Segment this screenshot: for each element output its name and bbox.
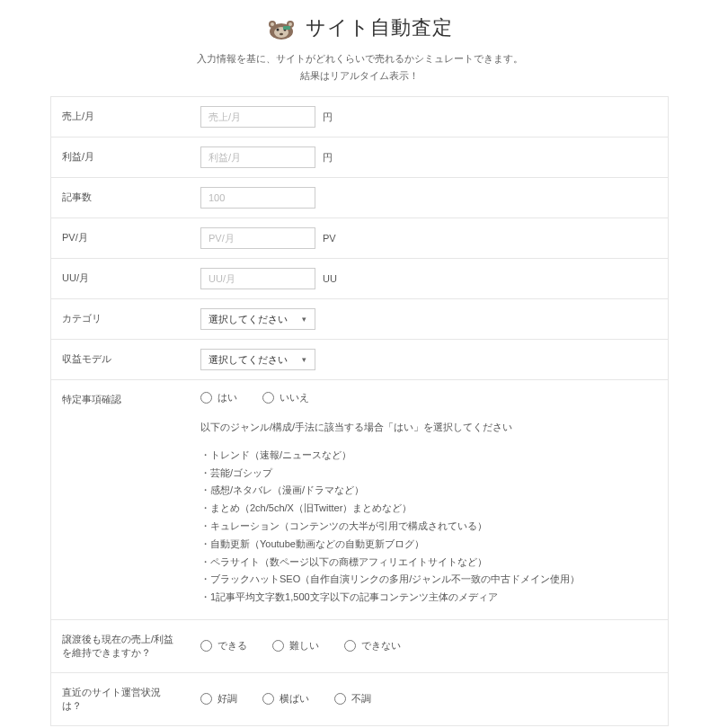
profit-input[interactable] <box>200 146 315 168</box>
label-profit: 利益/月 <box>51 138 190 177</box>
row-revenue-model: 収益モデル 選択してください <box>51 340 668 380</box>
otter-icon <box>266 15 297 40</box>
special-item-2: 感想/ネタバレ（漫画/ドラマなど） <box>200 482 657 500</box>
category-select[interactable]: 選択してください <box>200 308 315 330</box>
special-list: トレンド（速報/ニュースなど） 芸能/ゴシップ 感想/ネタバレ（漫画/ドラマなど… <box>200 447 657 607</box>
special-item-4: キュレーション（コンテンツの大半が引用で構成されている） <box>200 518 657 536</box>
recent-radio-bad[interactable]: 不調 <box>334 692 371 706</box>
transfer-radio-hard[interactable]: 難しい <box>272 639 319 653</box>
svg-point-6 <box>277 29 280 31</box>
uu-input[interactable] <box>200 268 315 289</box>
label-transfer: 譲渡後も現在の売上/利益を維持できますか？ <box>51 620 190 672</box>
label-uu: UU/月 <box>51 259 190 298</box>
label-sales: 売上/月 <box>51 97 190 137</box>
special-item-3: まとめ（2ch/5ch/X（旧Twitter）まとめなど） <box>200 500 657 518</box>
row-sales: 売上/月 円 <box>51 97 668 138</box>
svg-point-8 <box>280 33 283 35</box>
special-item-8: 1記事平均文字数1,500文字以下の記事コンテンツ主体のメディア <box>200 589 657 607</box>
svg-point-5 <box>288 22 292 26</box>
special-radio-no[interactable]: いいえ <box>262 389 309 406</box>
svg-point-4 <box>271 22 274 26</box>
row-recent: 直近のサイト運営状況は？ 好調 横ばい 不調 <box>51 673 668 725</box>
transfer-radio-can[interactable]: できる <box>200 639 247 653</box>
label-articles: 記事数 <box>51 178 190 218</box>
transfer-radio-group: できる 難しい できない <box>200 639 401 653</box>
label-revenue-model: 収益モデル <box>51 340 190 379</box>
row-pv: PV/月 PV <box>51 218 668 259</box>
row-category: カテゴリ 選択してください <box>51 299 668 340</box>
special-radio-yes[interactable]: はい <box>200 389 237 406</box>
special-item-1: 芸能/ゴシップ <box>200 465 657 483</box>
special-desc: 以下のジャンル/構成/手法に該当する場合「はい」を選択してください <box>200 419 657 436</box>
label-special: 特定事項確認 <box>51 380 190 619</box>
row-transfer: 譲渡後も現在の売上/利益を維持できますか？ できる 難しい できない <box>51 620 668 673</box>
special-radio-group: はい いいえ <box>200 389 657 406</box>
special-radio-no-input[interactable] <box>262 392 274 404</box>
sales-unit: 円 <box>323 111 333 124</box>
subtitle-line1: 入力情報を基に、サイトがどれくらいで売れるかシミュレートできます。 <box>0 50 719 67</box>
label-category: カテゴリ <box>51 299 190 339</box>
special-item-6: ペラサイト（数ページ以下の商標アフィリエイトサイトなど） <box>200 554 657 572</box>
pv-input[interactable] <box>200 227 315 249</box>
svg-rect-9 <box>283 26 290 30</box>
uu-unit: UU <box>323 273 337 284</box>
recent-radio-flat-input[interactable] <box>262 693 274 705</box>
transfer-radio-cannot[interactable]: できない <box>344 639 401 653</box>
recent-radio-good-input[interactable] <box>200 693 212 705</box>
row-special: 特定事項確認 はい いいえ 以下のジャンル/構成/手法に該当する場合「はい」を選… <box>51 380 668 620</box>
special-item-5: 自動更新（Youtube動画などの自動更新ブログ） <box>200 536 657 554</box>
recent-radio-bad-input[interactable] <box>334 693 346 705</box>
row-articles: 記事数 <box>51 178 668 218</box>
label-recent: 直近のサイト運営状況は？ <box>51 673 190 725</box>
recent-radio-good[interactable]: 好調 <box>200 692 237 706</box>
profit-unit: 円 <box>323 151 333 164</box>
recent-radio-flat[interactable]: 横ばい <box>262 692 309 706</box>
label-pv: PV/月 <box>51 218 190 258</box>
pv-unit: PV <box>323 233 336 244</box>
row-profit: 利益/月 円 <box>51 138 668 178</box>
articles-input[interactable] <box>200 187 315 209</box>
page-header: サイト自動査定 入力情報を基に、サイトがどれくらいで売れるかシミュレートできます… <box>0 14 719 84</box>
recent-radio-group: 好調 横ばい 不調 <box>200 692 371 706</box>
special-radio-yes-input[interactable] <box>200 392 212 404</box>
page-title: サイト自動査定 <box>306 14 453 41</box>
row-uu: UU/月 UU <box>51 259 668 299</box>
subtitle-line2: 結果はリアルタイム表示！ <box>0 67 719 84</box>
sales-input[interactable] <box>200 106 315 128</box>
transfer-radio-hard-input[interactable] <box>272 640 284 652</box>
transfer-radio-can-input[interactable] <box>200 640 212 652</box>
special-item-0: トレンド（速報/ニュースなど） <box>200 447 657 465</box>
transfer-radio-cannot-input[interactable] <box>344 640 356 652</box>
revenue-model-select[interactable]: 選択してください <box>200 349 315 370</box>
form-container: 売上/月 円 利益/月 円 記事数 PV/月 PV <box>50 96 669 726</box>
special-item-7: ブラックハットSEO（自作自演リンクの多用/ジャンル不一致の中古ドメイン使用） <box>200 571 657 589</box>
